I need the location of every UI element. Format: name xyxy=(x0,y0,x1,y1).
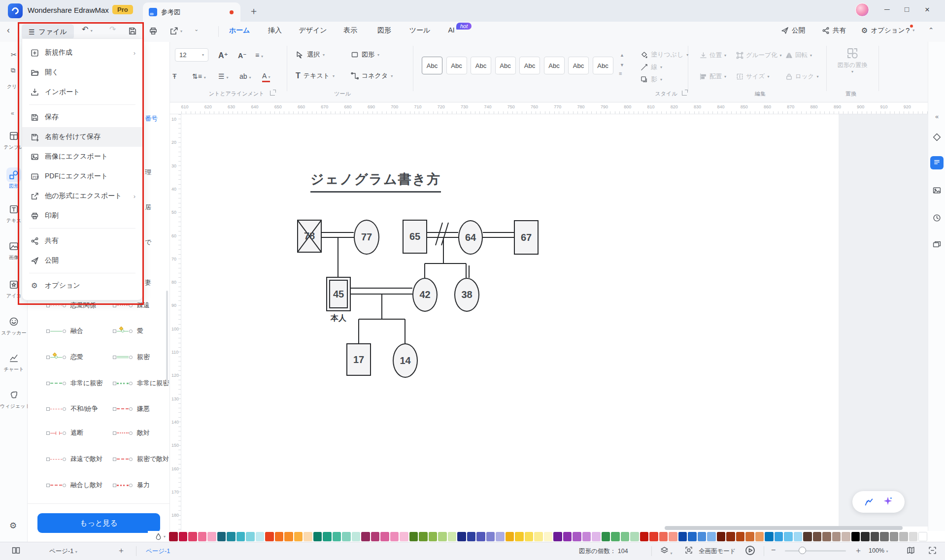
pan-map-icon[interactable] xyxy=(907,546,915,556)
color-swatch[interactable] xyxy=(525,532,534,541)
presentation-play-button[interactable] xyxy=(745,545,755,557)
genogram-title[interactable]: ジェノグラム書き方 xyxy=(310,170,441,193)
color-swatch[interactable] xyxy=(669,532,677,541)
relationship-symbol-親密[interactable]: 親密 xyxy=(113,353,150,362)
menu-tab-7[interactable]: AI xyxy=(448,26,454,34)
more-tools-chevron-icon[interactable]: ⌄ xyxy=(194,26,199,33)
format-panel-icon[interactable] xyxy=(930,131,944,144)
page-selector[interactable]: ページ-1 ▾ xyxy=(49,547,77,556)
font-color-icon[interactable]: A ▾ xyxy=(262,72,270,82)
relationship-symbol-不和/紛争[interactable]: 不和/紛争 xyxy=(46,404,98,413)
color-swatch[interactable] xyxy=(544,532,553,541)
color-swatch[interactable] xyxy=(284,532,293,541)
relationship-symbol-親密で敵対[interactable]: 親密で敵対 xyxy=(113,455,169,463)
redo-button[interactable]: ↷ xyxy=(109,25,116,34)
color-swatch[interactable] xyxy=(794,532,803,541)
color-swatch[interactable] xyxy=(745,532,754,541)
color-swatch[interactable] xyxy=(333,532,341,541)
relationship-symbol-疎遠[interactable]: 疎遠 xyxy=(113,301,150,310)
file-menu-item-pdf-export[interactable]: PDFPDFにエクスポート xyxy=(22,166,142,186)
horizontal-scrollbar[interactable] xyxy=(665,526,903,530)
genogram-node-grandfather-deceased[interactable]: 78 xyxy=(297,220,322,253)
document-tab[interactable]: 参考図 xyxy=(143,2,240,22)
shadow-button[interactable]: 影▾ xyxy=(641,75,662,84)
position-button[interactable]: 位置▾ xyxy=(700,51,726,60)
slides-panel-icon[interactable] xyxy=(930,238,944,251)
color-swatch[interactable] xyxy=(236,532,245,541)
group-button[interactable]: グループ化▾ xyxy=(736,51,781,60)
fill-color-icon[interactable]: ▾ xyxy=(155,533,166,540)
relationship-symbol-融合し敵対[interactable]: 融合し敵対 xyxy=(46,481,102,490)
style-preset-chip[interactable]: Abc xyxy=(519,57,540,74)
color-swatch[interactable] xyxy=(476,532,485,541)
file-menu-item-options[interactable]: ⚙オプション xyxy=(22,276,142,296)
zoom-level[interactable]: 100% ▾ xyxy=(869,547,888,554)
style-more-icon[interactable]: ≡ xyxy=(619,70,622,76)
color-swatch[interactable] xyxy=(188,532,197,541)
color-swatch[interactable] xyxy=(803,532,812,541)
font-group-expand-icon[interactable] xyxy=(270,91,275,96)
color-swatch[interactable] xyxy=(515,532,524,541)
color-swatch[interactable] xyxy=(890,532,899,541)
color-swatch[interactable] xyxy=(621,532,630,541)
save-button[interactable] xyxy=(128,27,137,37)
color-swatch[interactable] xyxy=(553,532,562,541)
file-menu-item-image-export[interactable]: 画像にエクスポート xyxy=(22,147,142,166)
menu-tab-3[interactable]: デザイン xyxy=(299,26,327,35)
collapse-ribbon-icon[interactable]: ⌃ xyxy=(928,26,934,34)
collapse-right-panel-icon[interactable]: « xyxy=(930,110,944,123)
color-swatch[interactable] xyxy=(265,532,274,541)
replace-shape-button[interactable]: 図形の置換 ▾ xyxy=(834,48,871,74)
zoom-in-button[interactable]: ＋ xyxy=(854,546,862,556)
align-icon[interactable]: ≡ ▾ xyxy=(255,51,263,59)
line-button[interactable]: 線▾ xyxy=(641,63,662,71)
zoom-out-button[interactable]: − xyxy=(771,546,776,555)
image-panel-icon[interactable] xyxy=(930,184,944,197)
line-spacing-icon[interactable]: ⇅≡ ▾ xyxy=(192,72,206,80)
color-swatch[interactable] xyxy=(438,532,447,541)
color-swatch[interactable] xyxy=(371,532,380,541)
color-swatch[interactable] xyxy=(861,532,870,541)
color-swatch[interactable] xyxy=(467,532,476,541)
color-swatch[interactable] xyxy=(659,532,668,541)
genogram-node-self[interactable]: 45 xyxy=(326,277,351,311)
menu-tab-4[interactable]: 表示 xyxy=(343,26,357,35)
menu-tab-5[interactable]: 図形 xyxy=(377,26,391,35)
style-preset-chip[interactable]: Abc xyxy=(593,57,613,74)
minimize-button[interactable]: ─ xyxy=(884,5,890,13)
genogram-node-sister-in-law[interactable]: 38 xyxy=(454,278,479,312)
file-menu-item-open[interactable]: 開く xyxy=(22,63,142,82)
relationship-symbol-暴力[interactable]: 暴力 xyxy=(113,481,150,490)
help-button[interactable]: ?▾ xyxy=(906,26,914,34)
color-swatch[interactable] xyxy=(573,532,581,541)
color-swatch[interactable] xyxy=(832,532,841,541)
color-swatch[interactable] xyxy=(400,532,408,541)
color-swatch[interactable] xyxy=(323,532,332,541)
file-menu-item-save[interactable]: 保存 xyxy=(22,107,142,127)
color-swatch[interactable] xyxy=(506,532,514,541)
style-preset-chip[interactable]: Abc xyxy=(446,57,467,74)
fullscreen-expand-icon[interactable] xyxy=(928,546,937,556)
color-swatch[interactable] xyxy=(294,532,303,541)
color-swatch[interactable] xyxy=(678,532,687,541)
color-swatch[interactable] xyxy=(736,532,745,541)
list-icon[interactable]: ☰ ▾ xyxy=(218,72,228,80)
connector-tool-button[interactable]: コネクタ▾ xyxy=(351,71,393,80)
color-swatch[interactable] xyxy=(429,532,438,541)
share-button[interactable]: 共有 xyxy=(822,26,846,35)
genogram-node-daughter[interactable]: 14 xyxy=(393,343,418,378)
menu-tab-1[interactable]: ホーム xyxy=(229,26,250,35)
color-swatch[interactable] xyxy=(602,532,610,541)
color-swatch[interactable] xyxy=(169,532,178,541)
color-swatch[interactable] xyxy=(352,532,361,541)
relationship-symbol-疎遠で敵対[interactable]: 疎遠で敵対 xyxy=(46,455,102,463)
file-menu-item-save-as[interactable]: 名前を付けて保存 xyxy=(22,127,142,147)
color-swatch[interactable] xyxy=(419,532,428,541)
back-icon[interactable]: ‹ xyxy=(7,25,10,35)
rotate-button[interactable]: 回転▾ xyxy=(785,51,812,60)
color-swatch[interactable] xyxy=(765,532,774,541)
user-avatar[interactable] xyxy=(855,3,869,17)
color-swatch[interactable] xyxy=(851,532,860,541)
color-swatch[interactable] xyxy=(755,532,764,541)
color-swatch[interactable] xyxy=(409,532,418,541)
